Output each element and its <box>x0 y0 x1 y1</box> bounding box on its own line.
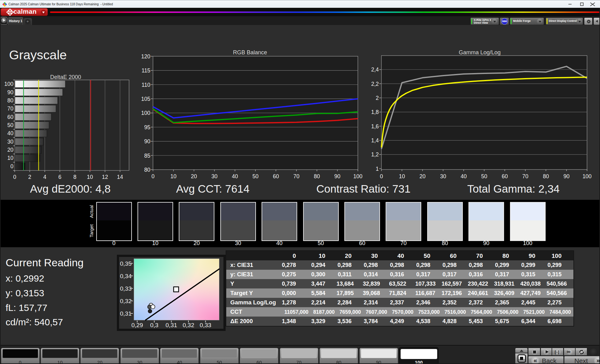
svg-text:2,2: 2,2 <box>371 81 379 87</box>
svg-text:115: 115 <box>142 67 150 74</box>
svg-text:0,29: 0,29 <box>132 322 143 328</box>
svg-text:1,2: 1,2 <box>371 151 379 158</box>
svg-text:90: 90 <box>334 173 341 180</box>
svg-text:0,32: 0,32 <box>120 298 132 304</box>
svg-text:100: 100 <box>582 173 592 180</box>
svg-text:70: 70 <box>293 173 300 180</box>
svg-text:2,4: 2,4 <box>371 66 379 73</box>
svg-text:0,34: 0,34 <box>120 273 132 279</box>
svg-text:80: 80 <box>144 167 151 173</box>
svg-text:30: 30 <box>211 173 218 180</box>
svg-text:1,6: 1,6 <box>371 123 379 130</box>
svg-text:90: 90 <box>563 173 570 180</box>
svg-text:Gamma Log/Log: Gamma Log/Log <box>459 49 501 56</box>
svg-text:0: 0 <box>13 174 16 180</box>
svg-text:0,32: 0,32 <box>183 322 194 328</box>
svg-text:8: 8 <box>73 174 77 180</box>
svg-text:1,8: 1,8 <box>371 109 379 115</box>
svg-text:12: 12 <box>102 174 108 180</box>
svg-text:105: 105 <box>141 96 150 102</box>
svg-text:50: 50 <box>481 173 488 180</box>
svg-text:1,4: 1,4 <box>371 137 379 144</box>
svg-text:1: 1 <box>376 166 379 172</box>
svg-text:20: 20 <box>419 173 426 180</box>
svg-text:100: 100 <box>4 81 13 87</box>
svg-text:70: 70 <box>8 106 14 112</box>
svg-text:95: 95 <box>144 124 150 130</box>
svg-text:10: 10 <box>399 173 405 180</box>
svg-text:60: 60 <box>8 114 14 120</box>
svg-text:30: 30 <box>8 139 14 145</box>
svg-text:40: 40 <box>8 130 14 136</box>
svg-text:DeltaE 2000: DeltaE 2000 <box>50 74 81 80</box>
svg-text:50: 50 <box>8 122 14 128</box>
svg-text:60: 60 <box>273 173 279 180</box>
svg-text:10: 10 <box>170 173 177 180</box>
svg-text:RGB Balance: RGB Balance <box>233 49 267 56</box>
svg-text:100: 100 <box>141 110 150 116</box>
svg-text:0,33: 0,33 <box>120 285 132 292</box>
svg-text:20: 20 <box>191 173 197 180</box>
svg-text:0,33: 0,33 <box>200 322 211 328</box>
svg-text:40: 40 <box>232 173 238 180</box>
svg-text:120: 120 <box>141 53 150 60</box>
svg-text:110: 110 <box>142 82 150 88</box>
svg-text:70: 70 <box>522 173 528 180</box>
svg-text:10: 10 <box>8 155 14 161</box>
svg-text:80: 80 <box>314 173 320 180</box>
svg-text:0: 0 <box>152 173 155 180</box>
svg-text:0: 0 <box>10 163 13 170</box>
svg-text:80: 80 <box>543 173 549 180</box>
svg-text:0,35: 0,35 <box>120 260 132 267</box>
svg-text:20: 20 <box>8 147 14 153</box>
svg-text:4: 4 <box>43 174 46 180</box>
svg-text:10: 10 <box>87 174 93 180</box>
svg-text:6: 6 <box>58 174 62 180</box>
svg-text:0,3: 0,3 <box>150 322 158 328</box>
svg-text:30: 30 <box>440 173 446 180</box>
svg-text:90: 90 <box>144 138 151 145</box>
svg-text:90: 90 <box>8 89 14 96</box>
svg-text:85: 85 <box>144 153 150 159</box>
svg-text:60: 60 <box>502 173 508 180</box>
svg-text:0,31: 0,31 <box>166 322 177 328</box>
svg-text:100: 100 <box>353 173 362 180</box>
svg-text:80: 80 <box>8 97 14 104</box>
svg-text:0: 0 <box>380 173 383 180</box>
svg-text:2: 2 <box>376 95 379 101</box>
svg-text:2: 2 <box>28 174 31 180</box>
svg-text:50: 50 <box>252 173 259 180</box>
svg-text:40: 40 <box>461 173 467 180</box>
svg-text:0,31: 0,31 <box>120 310 132 317</box>
svg-text:14: 14 <box>117 174 123 180</box>
